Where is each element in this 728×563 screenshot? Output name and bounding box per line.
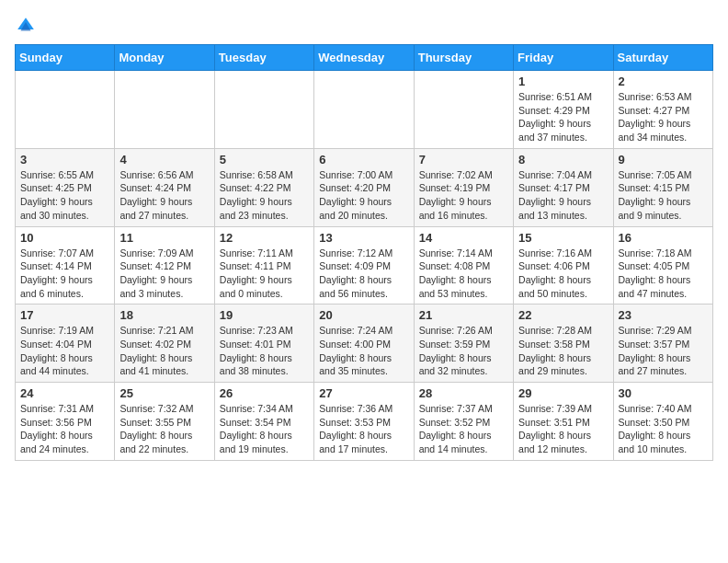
day-number: 6 — [319, 153, 408, 167]
day-info: Sunrise: 7:16 AM Sunset: 4:06 PM Dayligh… — [518, 247, 608, 301]
day-number: 7 — [419, 153, 508, 167]
day-cell — [115, 71, 214, 149]
day-info: Sunrise: 7:36 AM Sunset: 3:53 PM Dayligh… — [319, 402, 408, 456]
day-cell: 4Sunrise: 6:56 AM Sunset: 4:24 PM Daylig… — [115, 148, 214, 226]
day-cell: 1Sunrise: 6:51 AM Sunset: 4:29 PM Daylig… — [514, 71, 613, 149]
day-number: 25 — [119, 386, 209, 400]
day-number: 5 — [220, 153, 309, 167]
week-row-5: 24Sunrise: 7:31 AM Sunset: 3:56 PM Dayli… — [16, 383, 713, 461]
day-info: Sunrise: 6:51 AM Sunset: 4:29 PM Dayligh… — [518, 90, 608, 144]
calendar: SundayMondayTuesdayWednesdayThursdayFrid… — [15, 44, 713, 461]
day-cell: 5Sunrise: 6:58 AM Sunset: 4:22 PM Daylig… — [214, 148, 313, 226]
day-number: 1 — [518, 75, 608, 88]
day-info: Sunrise: 6:58 AM Sunset: 4:22 PM Dayligh… — [220, 168, 309, 223]
day-number: 4 — [119, 153, 209, 167]
calendar-body: 1Sunrise: 6:51 AM Sunset: 4:29 PM Daylig… — [16, 71, 713, 461]
day-cell: 13Sunrise: 7:12 AM Sunset: 4:09 PM Dayli… — [314, 226, 414, 304]
day-cell: 24Sunrise: 7:31 AM Sunset: 3:56 PM Dayli… — [16, 383, 115, 461]
column-header-sunday: Sunday — [16, 45, 115, 71]
day-cell: 3Sunrise: 6:55 AM Sunset: 4:25 PM Daylig… — [16, 148, 115, 226]
day-info: Sunrise: 7:34 AM Sunset: 3:54 PM Dayligh… — [220, 402, 309, 456]
day-cell: 25Sunrise: 7:32 AM Sunset: 3:55 PM Dayli… — [115, 383, 214, 461]
day-number: 12 — [220, 231, 309, 245]
day-cell — [214, 71, 313, 149]
day-cell: 10Sunrise: 7:07 AM Sunset: 4:14 PM Dayli… — [16, 226, 115, 304]
day-cell: 30Sunrise: 7:40 AM Sunset: 3:50 PM Dayli… — [613, 383, 712, 461]
day-cell: 19Sunrise: 7:23 AM Sunset: 4:01 PM Dayli… — [214, 304, 313, 383]
day-info: Sunrise: 7:39 AM Sunset: 3:51 PM Dayligh… — [518, 402, 608, 456]
day-info: Sunrise: 7:11 AM Sunset: 4:11 PM Dayligh… — [220, 247, 309, 301]
day-number: 20 — [319, 308, 408, 322]
day-number: 21 — [419, 308, 508, 322]
day-info: Sunrise: 6:53 AM Sunset: 4:27 PM Dayligh… — [619, 90, 708, 144]
week-row-4: 17Sunrise: 7:19 AM Sunset: 4:04 PM Dayli… — [16, 304, 713, 383]
day-cell: 27Sunrise: 7:36 AM Sunset: 3:53 PM Dayli… — [314, 383, 414, 461]
week-row-2: 3Sunrise: 6:55 AM Sunset: 4:25 PM Daylig… — [16, 148, 713, 226]
day-cell: 21Sunrise: 7:26 AM Sunset: 3:59 PM Dayli… — [414, 304, 513, 383]
day-number: 26 — [220, 386, 309, 400]
day-cell: 2Sunrise: 6:53 AM Sunset: 4:27 PM Daylig… — [613, 71, 712, 149]
day-cell: 8Sunrise: 7:04 AM Sunset: 4:17 PM Daylig… — [514, 148, 613, 226]
column-header-friday: Friday — [514, 45, 613, 71]
day-number: 14 — [419, 231, 508, 245]
day-number: 27 — [319, 386, 408, 400]
day-number: 2 — [619, 75, 708, 88]
day-info: Sunrise: 6:55 AM Sunset: 4:25 PM Dayligh… — [20, 168, 109, 223]
day-number: 19 — [220, 308, 309, 322]
day-number: 17 — [20, 308, 109, 322]
day-number: 10 — [20, 231, 109, 245]
day-info: Sunrise: 7:07 AM Sunset: 4:14 PM Dayligh… — [20, 247, 109, 301]
day-number: 16 — [619, 231, 708, 245]
day-cell: 14Sunrise: 7:14 AM Sunset: 4:08 PM Dayli… — [414, 226, 513, 304]
day-info: Sunrise: 7:31 AM Sunset: 3:56 PM Dayligh… — [20, 402, 109, 456]
week-row-1: 1Sunrise: 6:51 AM Sunset: 4:29 PM Daylig… — [16, 71, 713, 149]
day-cell: 28Sunrise: 7:37 AM Sunset: 3:52 PM Dayli… — [414, 383, 513, 461]
day-info: Sunrise: 7:12 AM Sunset: 4:09 PM Dayligh… — [319, 247, 408, 301]
day-cell — [414, 71, 513, 149]
day-cell: 17Sunrise: 7:19 AM Sunset: 4:04 PM Dayli… — [16, 304, 115, 383]
day-info: Sunrise: 7:02 AM Sunset: 4:19 PM Dayligh… — [419, 168, 508, 223]
day-number: 29 — [518, 386, 608, 400]
column-header-monday: Monday — [115, 45, 214, 71]
day-info: Sunrise: 7:21 AM Sunset: 4:02 PM Dayligh… — [119, 324, 209, 378]
day-info: Sunrise: 7:19 AM Sunset: 4:04 PM Dayligh… — [20, 324, 109, 378]
day-cell: 7Sunrise: 7:02 AM Sunset: 4:19 PM Daylig… — [414, 148, 513, 226]
day-info: Sunrise: 7:32 AM Sunset: 3:55 PM Dayligh… — [119, 402, 209, 456]
day-info: Sunrise: 7:24 AM Sunset: 4:00 PM Dayligh… — [319, 324, 408, 378]
day-cell: 11Sunrise: 7:09 AM Sunset: 4:12 PM Dayli… — [115, 226, 214, 304]
day-info: Sunrise: 7:04 AM Sunset: 4:17 PM Dayligh… — [518, 168, 608, 223]
day-cell: 16Sunrise: 7:18 AM Sunset: 4:05 PM Dayli… — [613, 226, 712, 304]
day-info: Sunrise: 7:40 AM Sunset: 3:50 PM Dayligh… — [619, 402, 708, 456]
day-cell: 15Sunrise: 7:16 AM Sunset: 4:06 PM Dayli… — [514, 226, 613, 304]
column-header-saturday: Saturday — [613, 45, 712, 71]
column-header-wednesday: Wednesday — [314, 45, 414, 71]
day-number: 23 — [619, 308, 708, 322]
day-info: Sunrise: 7:05 AM Sunset: 4:15 PM Dayligh… — [619, 168, 708, 223]
day-info: Sunrise: 7:00 AM Sunset: 4:20 PM Dayligh… — [319, 168, 408, 223]
day-cell: 26Sunrise: 7:34 AM Sunset: 3:54 PM Dayli… — [214, 383, 313, 461]
day-cell: 23Sunrise: 7:29 AM Sunset: 3:57 PM Dayli… — [613, 304, 712, 383]
day-number: 22 — [518, 308, 608, 322]
day-number: 30 — [619, 386, 708, 400]
day-cell: 29Sunrise: 7:39 AM Sunset: 3:51 PM Dayli… — [514, 383, 613, 461]
calendar-header-row: SundayMondayTuesdayWednesdayThursdayFrid… — [16, 45, 713, 71]
day-cell: 9Sunrise: 7:05 AM Sunset: 4:15 PM Daylig… — [613, 148, 712, 226]
day-cell: 12Sunrise: 7:11 AM Sunset: 4:11 PM Dayli… — [214, 226, 313, 304]
day-cell — [314, 71, 414, 149]
day-info: Sunrise: 7:26 AM Sunset: 3:59 PM Dayligh… — [419, 324, 508, 378]
day-cell — [16, 71, 115, 149]
day-number: 13 — [319, 231, 408, 245]
day-number: 8 — [518, 153, 608, 167]
header — [15, 15, 713, 37]
column-header-thursday: Thursday — [414, 45, 513, 71]
day-info: Sunrise: 7:09 AM Sunset: 4:12 PM Dayligh… — [119, 247, 209, 301]
week-row-3: 10Sunrise: 7:07 AM Sunset: 4:14 PM Dayli… — [16, 226, 713, 304]
day-info: Sunrise: 6:56 AM Sunset: 4:24 PM Dayligh… — [119, 168, 209, 223]
day-number: 24 — [20, 386, 109, 400]
day-number: 3 — [20, 153, 109, 167]
day-info: Sunrise: 7:18 AM Sunset: 4:05 PM Dayligh… — [619, 247, 708, 301]
day-number: 11 — [119, 231, 209, 245]
day-number: 15 — [518, 231, 608, 245]
day-info: Sunrise: 7:14 AM Sunset: 4:08 PM Dayligh… — [419, 247, 508, 301]
day-cell: 18Sunrise: 7:21 AM Sunset: 4:02 PM Dayli… — [115, 304, 214, 383]
